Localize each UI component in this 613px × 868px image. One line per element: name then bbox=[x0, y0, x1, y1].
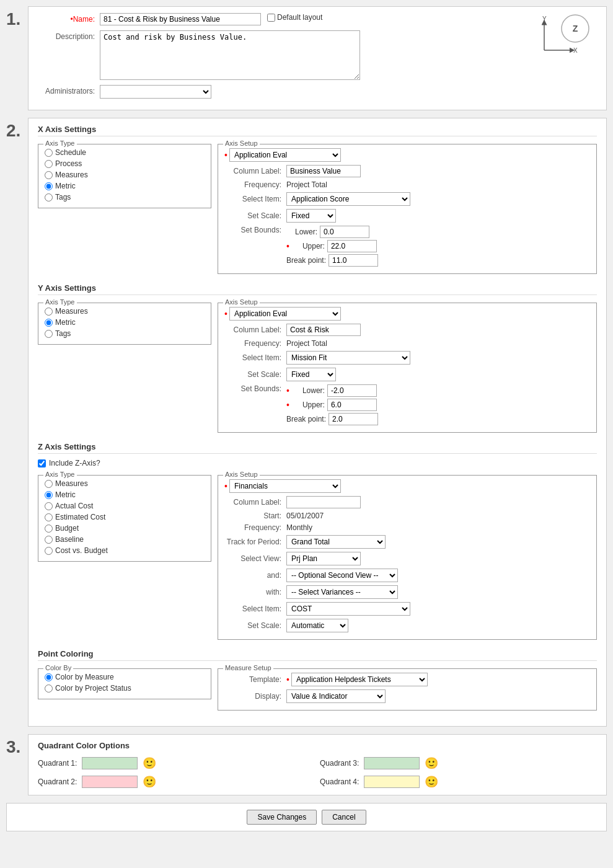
z-with-select[interactable]: -- Select Variances -- bbox=[286, 585, 398, 599]
x-select-item-label: Select Item: bbox=[224, 195, 286, 203]
z-select-item-select[interactable]: COST bbox=[286, 602, 410, 616]
z-select-view-label: Select View: bbox=[224, 554, 286, 563]
y-break-label: Break point: bbox=[286, 415, 326, 423]
y-upper-input[interactable] bbox=[327, 399, 377, 411]
q3-icon[interactable]: 🙂 bbox=[425, 756, 438, 770]
z-axis-type-panel: Axis Type Measures Metric Actual Cost Es… bbox=[38, 475, 211, 562]
coord-diagram: Z X Y bbox=[541, 13, 591, 64]
z-frequency-value: Monthly bbox=[286, 523, 312, 532]
administrators-select[interactable] bbox=[100, 85, 211, 99]
z-track-period-select[interactable]: Grand Total bbox=[286, 535, 386, 549]
description-textarea[interactable]: Cost and risk by Business Value. bbox=[100, 30, 360, 80]
x-break-label: Break point: bbox=[286, 256, 326, 265]
z-set-scale-label: Set Scale: bbox=[224, 621, 286, 630]
y-select-item-label: Select Item: bbox=[224, 353, 286, 362]
y-axis-setup-legend: Axis Setup bbox=[223, 298, 260, 306]
z-start-value: 05/01/2007 bbox=[286, 512, 324, 520]
y-break-input[interactable] bbox=[329, 413, 378, 425]
z-include-checkbox[interactable] bbox=[38, 459, 46, 467]
q4-color-box[interactable] bbox=[364, 776, 420, 788]
x-break-input[interactable] bbox=[329, 254, 378, 267]
color-by-measure[interactable] bbox=[45, 673, 53, 681]
svg-text:Y: Y bbox=[542, 16, 547, 22]
default-layout-label[interactable]: Default layout bbox=[267, 13, 322, 22]
q2-color-box[interactable] bbox=[82, 776, 138, 788]
measure-setup-panel: Measure Setup Template: • Application He… bbox=[218, 668, 597, 711]
x-lower-input[interactable] bbox=[320, 226, 369, 238]
y-set-scale-select[interactable]: Fixed bbox=[286, 368, 336, 381]
save-button[interactable]: Save Changes bbox=[247, 810, 317, 825]
x-upper-input[interactable] bbox=[327, 240, 377, 252]
template-select[interactable]: Application Helpdesk Tickets bbox=[291, 673, 428, 686]
q2-label: Quadrant 2: bbox=[38, 777, 77, 786]
x-axis-schedule[interactable] bbox=[45, 149, 53, 157]
z-select-view-select[interactable]: Prj Plan bbox=[286, 552, 361, 565]
x-axis-setup-panel: Axis Setup • Application Eval Column Lab… bbox=[218, 144, 597, 274]
q3-label: Quadrant 3: bbox=[320, 759, 359, 768]
z-and-select[interactable]: -- Optional Second View -- bbox=[286, 569, 398, 582]
svg-text:Z: Z bbox=[573, 24, 578, 33]
q1-icon[interactable]: 🙂 bbox=[143, 756, 156, 770]
z-axis-metric[interactable] bbox=[45, 491, 53, 499]
z-and-label: and: bbox=[224, 571, 286, 580]
q3-color-box[interactable] bbox=[364, 757, 420, 769]
x-set-scale-select[interactable]: Fixed bbox=[286, 209, 336, 223]
y-lower-input[interactable] bbox=[327, 384, 377, 397]
z-axis-type-legend: Axis Type bbox=[43, 471, 77, 478]
z-axis-setup-panel: Axis Setup • Financials Column Label: bbox=[218, 475, 597, 640]
y-eval-dot: • bbox=[224, 309, 227, 319]
display-select[interactable]: Value & Indicator bbox=[286, 689, 386, 703]
default-layout-checkbox[interactable] bbox=[267, 14, 275, 22]
x-axis-process[interactable] bbox=[45, 160, 53, 168]
q1-color-box[interactable] bbox=[82, 757, 138, 769]
x-column-label-input[interactable] bbox=[286, 165, 361, 177]
z-select-item-label: Select Item: bbox=[224, 604, 286, 613]
color-by-legend: Color By bbox=[43, 664, 73, 671]
q4-icon[interactable]: 🙂 bbox=[425, 775, 438, 789]
y-frequency-label: Frequency: bbox=[224, 339, 286, 348]
z-eval-select[interactable]: Financials bbox=[229, 479, 341, 493]
x-eval-select[interactable]: Application Eval bbox=[229, 148, 341, 162]
y-axis-setup-panel: Axis Setup • Application Eval Column Lab… bbox=[218, 303, 597, 433]
y-axis-type-legend: Axis Type bbox=[43, 298, 77, 306]
x-select-item-select[interactable]: Application Score bbox=[286, 192, 410, 206]
x-axis-measures[interactable] bbox=[45, 171, 53, 179]
x-set-bounds-label: Set Bounds: bbox=[224, 226, 286, 234]
cancel-button[interactable]: Cancel bbox=[322, 810, 366, 825]
x-frequency-label: Frequency: bbox=[224, 180, 286, 189]
z-axis-estimated-cost[interactable] bbox=[45, 513, 53, 521]
z-axis-measures[interactable] bbox=[45, 480, 53, 488]
x-axis-tags[interactable] bbox=[45, 193, 53, 202]
x-axis-metric[interactable] bbox=[45, 182, 53, 190]
x-axis-type-legend: Axis Type bbox=[43, 140, 77, 147]
template-dot: • bbox=[286, 675, 289, 684]
section-1-number: 1. bbox=[6, 6, 28, 29]
name-label: •Name: bbox=[38, 13, 100, 24]
z-axis-baseline[interactable] bbox=[45, 536, 53, 544]
x-axis-type-panel: Axis Type Schedule Process Measures Metr… bbox=[38, 144, 211, 208]
x-lower-label: Lower: bbox=[286, 228, 317, 236]
q2-icon[interactable]: 🙂 bbox=[143, 775, 156, 789]
z-eval-dot: • bbox=[224, 481, 227, 491]
z-axis-budget[interactable] bbox=[45, 525, 53, 533]
x-eval-dot: • bbox=[224, 150, 227, 160]
y-axis-metric[interactable] bbox=[45, 319, 53, 327]
y-column-label-input[interactable] bbox=[286, 324, 361, 336]
measure-setup-legend: Measure Setup bbox=[223, 664, 273, 671]
y-eval-select[interactable]: Application Eval bbox=[229, 307, 341, 321]
y-axis-measures[interactable] bbox=[45, 308, 53, 316]
y-axis-tags[interactable] bbox=[45, 330, 53, 338]
section-3-number: 3. bbox=[6, 734, 28, 757]
z-axis-actual-cost[interactable] bbox=[45, 502, 53, 510]
z-include-label: Include Z-Axis? bbox=[49, 459, 100, 467]
display-label: Display: bbox=[224, 692, 286, 701]
z-axis-setup-legend: Axis Setup bbox=[223, 471, 260, 478]
z-frequency-label: Frequency: bbox=[224, 523, 286, 532]
z-axis-cost-vs-budget[interactable] bbox=[45, 547, 53, 555]
y-axis-type-panel: Axis Type Measures Metric Tags bbox=[38, 303, 211, 345]
z-set-scale-select[interactable]: Automatic bbox=[286, 619, 348, 632]
name-input[interactable] bbox=[100, 13, 261, 25]
z-column-label-input[interactable] bbox=[286, 496, 361, 508]
y-select-item-select[interactable]: Mission Fit bbox=[286, 351, 410, 365]
color-by-project-status[interactable] bbox=[45, 684, 53, 693]
